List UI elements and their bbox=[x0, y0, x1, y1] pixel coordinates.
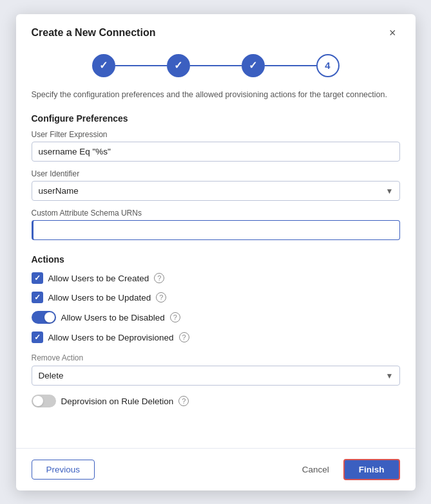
step-line-3 bbox=[265, 65, 316, 66]
dialog-title: Create a New Connection bbox=[32, 27, 156, 39]
custom-attr-label: Custom Attribute Schema URNs bbox=[32, 209, 400, 218]
remove-action-select[interactable]: Delete Deactivate None bbox=[32, 366, 400, 386]
user-filter-label: User Filter Expression bbox=[32, 130, 400, 139]
user-filter-group: User Filter Expression bbox=[16, 130, 416, 169]
action-row-disabled: Allow Users to be Disabled ? bbox=[32, 307, 400, 328]
allow-updated-help-icon[interactable]: ? bbox=[156, 292, 166, 303]
allow-updated-label: Allow Users to be Updated bbox=[48, 293, 151, 303]
allow-disabled-label: Allow Users to be Disabled bbox=[61, 313, 165, 322]
remove-action-group: Remove Action Delete Deactivate None ▼ bbox=[16, 347, 416, 388]
allow-deprovisioned-checkbox[interactable]: ✓ bbox=[32, 331, 43, 343]
allow-created-checkbox[interactable]: ✓ bbox=[32, 272, 43, 284]
step-3: ✓ bbox=[242, 54, 265, 77]
remove-action-select-wrapper: Delete Deactivate None ▼ bbox=[32, 366, 400, 386]
step-1: ✓ bbox=[92, 54, 115, 77]
actions-section: Actions ✓ Allow Users to be Created ? ✓ … bbox=[16, 248, 416, 347]
cancel-button[interactable]: Cancel bbox=[293, 460, 338, 479]
close-button[interactable]: × bbox=[385, 26, 400, 40]
step-line-1 bbox=[115, 65, 167, 66]
deprovision-row: Deprovision on Rule Deletion ? bbox=[16, 388, 416, 418]
allow-disabled-help-icon[interactable]: ? bbox=[170, 312, 180, 322]
allow-created-label: Allow Users to be Created bbox=[48, 274, 149, 283]
dialog: Create a New Connection × ✓ ✓ ✓ 4 Specif… bbox=[16, 14, 416, 490]
dialog-description: Specify the configuration preferences an… bbox=[16, 89, 416, 110]
action-row-deprovisioned: ✓ Allow Users to be Deprovisioned ? bbox=[32, 328, 400, 347]
previous-button[interactable]: Previous bbox=[32, 460, 95, 480]
custom-attr-group: Custom Attribute Schema URNs bbox=[16, 209, 416, 248]
remove-action-label: Remove Action bbox=[32, 353, 400, 362]
dialog-footer: Previous Cancel Finish bbox=[16, 448, 416, 490]
allow-created-help-icon[interactable]: ? bbox=[154, 273, 164, 283]
user-identifier-select[interactable]: userName email login bbox=[32, 181, 400, 201]
user-identifier-group: User Identifier userName email login ▼ bbox=[16, 169, 416, 209]
step-2: ✓ bbox=[167, 54, 190, 77]
step-4: 4 bbox=[316, 54, 340, 77]
stepper: ✓ ✓ ✓ 4 bbox=[16, 48, 416, 89]
user-filter-input[interactable] bbox=[32, 142, 400, 162]
action-row-updated: ✓ Allow Users to be Updated ? bbox=[32, 288, 400, 307]
allow-deprovisioned-help-icon[interactable]: ? bbox=[179, 332, 189, 342]
step-line-2 bbox=[190, 65, 242, 66]
actions-title: Actions bbox=[32, 250, 400, 268]
user-identifier-select-wrapper: userName email login ▼ bbox=[32, 181, 400, 201]
custom-attr-input[interactable] bbox=[32, 220, 400, 240]
deprovision-toggle[interactable] bbox=[32, 395, 56, 407]
finish-button[interactable]: Finish bbox=[343, 459, 400, 480]
action-row-created: ✓ Allow Users to be Created ? bbox=[32, 268, 400, 288]
allow-deprovisioned-label: Allow Users to be Deprovisioned bbox=[48, 333, 174, 342]
dialog-header: Create a New Connection × bbox=[16, 14, 416, 48]
allow-updated-checkbox[interactable]: ✓ bbox=[32, 292, 43, 303]
footer-right: Cancel Finish bbox=[293, 459, 400, 480]
user-identifier-label: User Identifier bbox=[32, 169, 400, 178]
configure-preferences-title: Configure Preferences bbox=[16, 109, 416, 130]
allow-disabled-toggle[interactable] bbox=[32, 311, 56, 324]
deprovision-label: Deprovision on Rule Deletion bbox=[61, 397, 174, 406]
deprovision-help-icon[interactable]: ? bbox=[178, 396, 189, 406]
